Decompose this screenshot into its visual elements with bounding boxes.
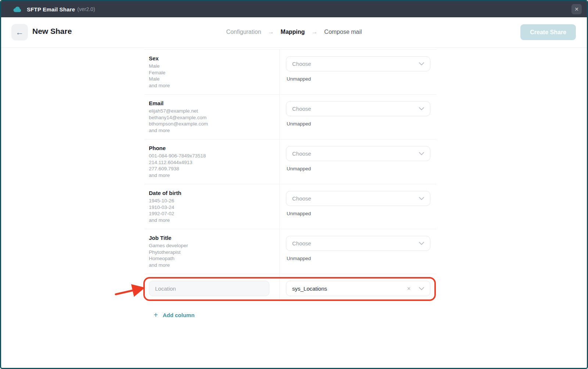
- add-column-button[interactable]: + Add column: [154, 311, 194, 319]
- chevron-down-icon: [419, 197, 424, 200]
- app-title: SFTP Email Share: [27, 6, 75, 13]
- mapping-dropdown[interactable]: Choose: [286, 101, 430, 116]
- source-field-cell: Date of birth 1945-10-261910-03-241992-0…: [144, 184, 279, 229]
- create-share-button[interactable]: Create Share: [520, 24, 576, 40]
- sample-value: 214.112.6044x4913: [149, 159, 276, 166]
- close-button[interactable]: ✕: [571, 4, 582, 14]
- mapping-cell: Choose Unmapped: [279, 184, 437, 229]
- page-header: ← New Share Configuration → Mapping → Co…: [1, 17, 587, 48]
- mapping-row: Email elijah57@example.netbethany14@exam…: [144, 94, 437, 139]
- app-version: (ver2.0): [77, 6, 95, 12]
- status-unmapped: Unmapped: [287, 211, 437, 216]
- field-more: and more: [149, 217, 276, 224]
- sample-value: 1992-07-02: [149, 210, 276, 217]
- dropdown-placeholder: Choose: [292, 150, 419, 157]
- sample-value: bthompson@example.com: [149, 121, 276, 127]
- sample-value: bethany14@example.com: [149, 114, 276, 121]
- source-field-cell: Phone 001-084-906-7849x73518214.112.6044…: [144, 139, 279, 184]
- status-unmapped: Unmapped: [287, 256, 437, 261]
- chevron-down-icon: [419, 107, 424, 110]
- chevron-down-icon: [419, 62, 424, 65]
- field-samples: elijah57@example.netbethany14@example.co…: [149, 108, 276, 127]
- source-field-cell: Email elijah57@example.netbethany14@exam…: [144, 95, 279, 139]
- step-compose-mail[interactable]: Compose mail: [324, 29, 362, 35]
- annotation-arrow-icon: [111, 283, 148, 299]
- app-window: SFTP Email Share (ver2.0) ✕ ← New Share …: [0, 0, 588, 369]
- status-unmapped: Unmapped: [287, 166, 437, 171]
- field-name: Sex: [149, 55, 276, 61]
- new-column-name-input[interactable]: [149, 281, 269, 296]
- field-samples: Games developerPhytotherapistHomeopath: [149, 242, 276, 262]
- step-configuration[interactable]: Configuration: [226, 29, 261, 35]
- field-more: and more: [149, 262, 276, 269]
- mapping-rows: Sex MaleFemaleMale and more Choose Unmap…: [144, 49, 437, 274]
- mapping-row: Sex MaleFemaleMale and more Choose Unmap…: [144, 49, 437, 94]
- dropdown-selected-value: sys_Locations: [292, 285, 407, 292]
- cloud-icon: [12, 6, 22, 13]
- field-samples: 001-084-906-7849x73518214.112.6044x49132…: [149, 153, 276, 172]
- mapping-dropdown[interactable]: Choose: [286, 191, 430, 206]
- sample-value: Homeopath: [149, 255, 276, 262]
- plus-icon: +: [154, 311, 158, 319]
- status-unmapped: Unmapped: [287, 76, 437, 82]
- field-samples: 1945-10-261910-03-241992-07-02: [149, 198, 276, 217]
- sample-value: 1945-10-26: [149, 198, 276, 204]
- sample-value: Male: [149, 63, 276, 70]
- column-divider: [279, 49, 280, 302]
- sample-value: Male: [149, 76, 276, 82]
- dropdown-placeholder: Choose: [292, 240, 419, 246]
- dropdown-placeholder: Choose: [292, 61, 419, 67]
- sample-value: Phytotherapist: [149, 249, 276, 256]
- mapping-row: Job Title Games developerPhytotherapistH…: [144, 229, 437, 274]
- field-more: and more: [149, 127, 276, 134]
- mapping-row: Date of birth 1945-10-261910-03-241992-0…: [144, 184, 437, 229]
- sample-value: Female: [149, 70, 276, 76]
- mapping-cell: Choose Unmapped: [279, 95, 437, 139]
- field-name: Email: [149, 100, 276, 106]
- field-more: and more: [149, 172, 276, 179]
- mapping-row: Phone 001-084-906-7849x73518214.112.6044…: [144, 139, 437, 184]
- step-arrow-icon: →: [268, 28, 274, 36]
- mapping-cell: Choose Unmapped: [279, 50, 437, 94]
- new-column-row: sys_Locations ✕: [144, 274, 437, 302]
- clear-selection-icon[interactable]: ✕: [407, 286, 411, 291]
- mapping-dropdown[interactable]: Choose: [286, 56, 430, 71]
- field-name: Job Title: [149, 235, 276, 241]
- stepper: Configuration → Mapping → Compose mail: [1, 28, 587, 36]
- dropdown-placeholder: Choose: [292, 106, 419, 112]
- sample-value: 001-084-906-7849x73518: [149, 153, 276, 159]
- field-samples: MaleFemaleMale: [149, 63, 276, 82]
- field-name: Date of birth: [149, 190, 276, 196]
- chevron-down-icon: [419, 287, 424, 290]
- mapping-table: Sex MaleFemaleMale and more Choose Unmap…: [144, 49, 437, 302]
- field-more: and more: [149, 82, 276, 89]
- field-name: Phone: [149, 145, 276, 151]
- mapping-cell: Choose Unmapped: [279, 139, 437, 184]
- sample-value: 1910-03-24: [149, 204, 276, 211]
- new-column-mapping-dropdown[interactable]: sys_Locations ✕: [286, 281, 430, 296]
- add-column-label: Add column: [163, 312, 195, 318]
- step-mapping[interactable]: Mapping: [281, 29, 305, 35]
- sample-value: Games developer: [149, 242, 276, 249]
- dropdown-placeholder: Choose: [292, 195, 419, 202]
- step-arrow-icon: →: [311, 28, 318, 36]
- mapping-cell: Choose Unmapped: [279, 229, 437, 274]
- source-field-cell: Job Title Games developerPhytotherapistH…: [144, 229, 279, 274]
- chevron-down-icon: [419, 152, 424, 155]
- close-icon: ✕: [574, 6, 579, 12]
- mapping-dropdown[interactable]: Choose: [286, 236, 430, 251]
- sample-value: 277.609.7938: [149, 166, 276, 172]
- title-bar: SFTP Email Share (ver2.0) ✕: [1, 1, 587, 17]
- sample-value: elijah57@example.net: [149, 108, 276, 114]
- chevron-down-icon: [419, 242, 424, 245]
- mapping-dropdown[interactable]: Choose: [286, 146, 430, 161]
- source-field-cell: Sex MaleFemaleMale and more: [144, 50, 279, 94]
- status-unmapped: Unmapped: [287, 121, 437, 127]
